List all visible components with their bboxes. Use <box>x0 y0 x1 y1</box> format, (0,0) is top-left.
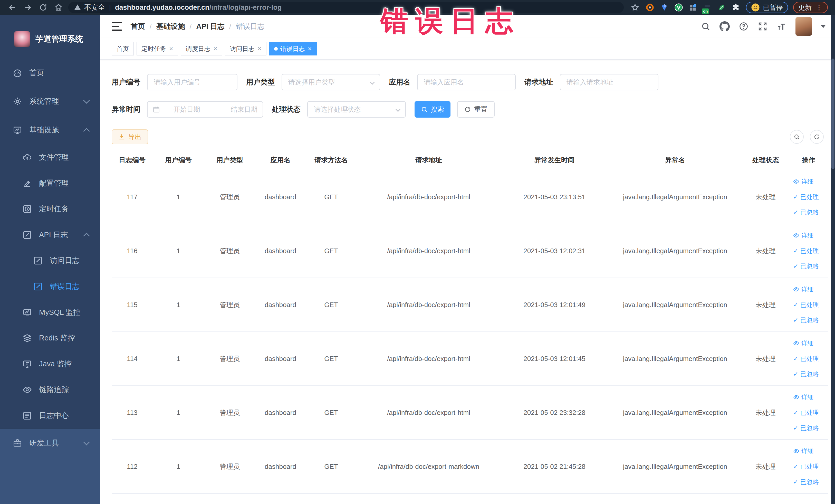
page-scrollbar[interactable] <box>831 15 835 504</box>
close-icon[interactable]: × <box>213 45 217 53</box>
close-icon[interactable]: × <box>308 45 312 53</box>
tab-access-log[interactable]: 访问日志× <box>225 42 266 56</box>
search-button[interactable]: 搜索 <box>414 101 450 118</box>
search-icon[interactable] <box>700 21 711 32</box>
action-ignored[interactable]: ✓已忽略 <box>793 205 824 220</box>
extension-leaf-icon[interactable] <box>717 3 726 12</box>
address-bar[interactable]: 不安全 | dashboard.yudao.iocoder.cn/infra/l… <box>68 2 624 13</box>
table-cell: 未处理 <box>742 440 789 493</box>
close-icon[interactable]: × <box>169 45 173 53</box>
action-ignored[interactable]: ✓已忽略 <box>793 259 824 274</box>
request-url-input[interactable]: 请输入请求地址 <box>560 74 658 90</box>
sidebar-item-devtools[interactable]: 研发工具 <box>0 429 100 458</box>
action-detail[interactable]: 详细 <box>793 443 824 459</box>
scrollbar-thumb[interactable] <box>831 59 834 169</box>
fullscreen-icon[interactable] <box>757 21 768 32</box>
action-detail[interactable]: 详细 <box>793 228 824 243</box>
sidebar-item-file-manage[interactable]: 文件管理 <box>0 144 100 170</box>
action-processed[interactable]: ✓已处理 <box>793 351 824 366</box>
toggle-search-button[interactable] <box>790 130 804 144</box>
profile-paused-pill[interactable]: 已暂停 <box>746 2 788 13</box>
column-header-8: 处理状态 <box>742 150 789 170</box>
breadcrumb-home[interactable]: 首页 <box>131 22 145 31</box>
breadcrumb-api-log[interactable]: API 日志 <box>196 22 225 31</box>
breadcrumb-infrastructure[interactable]: 基础设施 <box>156 22 185 31</box>
action-detail[interactable]: 详细 <box>793 389 824 405</box>
date-range-picker[interactable]: 开始日期 – 结束日期 <box>147 101 263 118</box>
dashboard-icon <box>13 68 22 78</box>
status-select[interactable]: 请选择处理状态 <box>307 101 406 118</box>
github-icon[interactable] <box>719 21 730 32</box>
extension-grid-icon[interactable] <box>689 3 697 12</box>
action-detail[interactable]: 详细 <box>793 336 824 351</box>
check-icon: ✓ <box>793 259 798 274</box>
sidebar-item-cron-job[interactable]: 定时任务 <box>0 196 100 222</box>
home-icon[interactable] <box>54 2 64 13</box>
forward-icon[interactable] <box>23 2 33 13</box>
security-label: 不安全 <box>84 3 105 12</box>
font-size-icon[interactable] <box>776 21 787 32</box>
action-detail[interactable]: 详细 <box>793 282 824 297</box>
sidebar-item-mysql-monitor[interactable]: MySQL 监控 <box>0 299 100 325</box>
extension-green-icon[interactable] <box>674 3 683 12</box>
sidebar-item-config-manage[interactable]: 配置管理 <box>0 170 100 196</box>
tab-error-log[interactable]: 错误日志× <box>269 42 317 56</box>
action-processed[interactable]: ✓已处理 <box>793 243 824 259</box>
extension-dark-icon[interactable]: on <box>703 3 712 12</box>
table-cell: dashboard <box>256 440 305 493</box>
sidebar-item-redis-monitor[interactable]: Redis 监控 <box>0 325 100 351</box>
eye-icon <box>793 178 799 185</box>
sidebar-item-log-center[interactable]: 日志中心 <box>0 403 100 429</box>
user-avatar[interactable] <box>795 17 812 36</box>
chevron-down-icon <box>83 439 89 445</box>
action-ignored[interactable]: ✓已忽略 <box>793 366 824 382</box>
table-cell: 管理员 <box>204 440 256 493</box>
action-processed[interactable]: ✓已处理 <box>793 459 824 474</box>
action-processed[interactable]: ✓已处理 <box>793 405 824 420</box>
action-detail[interactable]: 详细 <box>793 174 824 189</box>
close-icon[interactable]: × <box>258 45 261 53</box>
sidebar-item-system[interactable]: 系统管理 <box>0 87 100 116</box>
user-type-select[interactable]: 请选择用户类型 <box>282 74 380 90</box>
extension-blue-icon[interactable] <box>660 3 669 12</box>
user-id-input[interactable]: 请输入用户编号 <box>147 74 238 90</box>
sidebar-item-trace[interactable]: 链路追踪 <box>0 377 100 403</box>
extensions-puzzle-icon[interactable] <box>732 3 740 12</box>
tab-schedule-log[interactable]: 调度日志× <box>181 42 222 56</box>
table-cell: 1 <box>153 440 204 493</box>
extension-orange-icon[interactable] <box>646 3 654 12</box>
sidebar-item-error-log[interactable]: 错误日志 <box>0 274 100 300</box>
update-button[interactable]: 更新 ⋮ <box>793 2 828 13</box>
reload-icon[interactable] <box>38 2 48 13</box>
action-ignored[interactable]: ✓已忽略 <box>793 474 824 490</box>
check-icon: ✓ <box>793 297 798 313</box>
help-icon[interactable] <box>738 21 749 32</box>
app-name-input[interactable]: 请输入应用名 <box>417 74 516 90</box>
action-processed[interactable]: ✓已处理 <box>793 189 824 205</box>
export-button[interactable]: 导出 <box>111 129 148 144</box>
tab-home[interactable]: 首页 <box>111 42 134 56</box>
bookmark-star-icon[interactable] <box>630 2 640 13</box>
file-upload-icon <box>23 153 32 162</box>
sidebar-item-api-log[interactable]: API 日志 <box>0 222 100 248</box>
action-ignored[interactable]: ✓已忽略 <box>793 313 824 328</box>
table-cell: 未处理 <box>742 332 789 386</box>
browser-menu-icon[interactable]: ⋮ <box>816 4 823 12</box>
app-logo-row[interactable]: 芋道管理系统 <box>14 31 100 47</box>
table-cell: /api/infra/db-doc/export-html <box>357 332 501 386</box>
refresh-table-button[interactable] <box>810 130 824 144</box>
table-cell: 1 <box>153 170 204 224</box>
back-icon[interactable] <box>7 2 18 13</box>
sidebar-item-access-log[interactable]: 访问日志 <box>0 248 100 274</box>
sidebar-toggle-icon[interactable] <box>111 22 122 31</box>
action-processed[interactable]: ✓已处理 <box>793 297 824 313</box>
user-menu-caret-icon[interactable] <box>821 25 826 28</box>
sidebar-item-infrastructure[interactable]: 基础设施 <box>0 116 100 144</box>
chevron-up-icon <box>83 233 89 239</box>
sidebar-item-home[interactable]: 首页 <box>0 59 100 87</box>
divider: | <box>109 4 111 12</box>
tab-cron-job[interactable]: 定时任务× <box>137 42 178 56</box>
action-ignored[interactable]: ✓已忽略 <box>793 420 824 436</box>
reset-button[interactable]: 重置 <box>457 101 495 118</box>
sidebar-item-java-monitor[interactable]: Java 监控 <box>0 351 100 377</box>
